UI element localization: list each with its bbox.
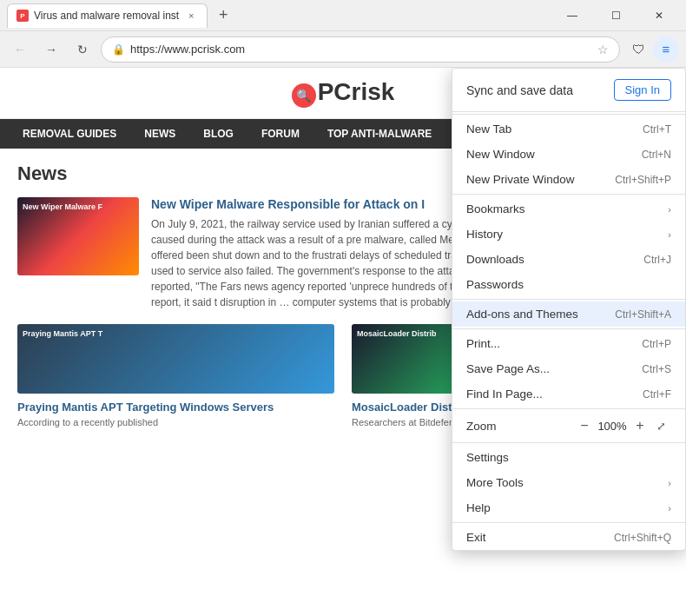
nav-news[interactable]: NEWS	[130, 119, 189, 149]
tab-area: P Virus and malware removal inst × +	[7, 3, 552, 28]
menu-divider-5	[452, 408, 685, 409]
sign-in-button[interactable]: Sign In	[614, 79, 671, 101]
security-icon: 🔒	[112, 43, 125, 56]
news-card-1-text: According to a recently published	[17, 417, 334, 427]
menu-divider-2	[452, 194, 685, 195]
url-text: https://www.pcrisk.com	[130, 43, 592, 56]
tab-favicon: P	[16, 10, 29, 22]
refresh-button[interactable]: ↻	[69, 36, 96, 63]
menu-item-save-page[interactable]: Save Page As... Ctrl+S	[452, 356, 685, 381]
menu-item-print[interactable]: Print... Ctrl+P	[452, 331, 685, 356]
menu-sync-section: Sync and save data Sign In	[452, 69, 685, 112]
window-controls: — ☐ ✕	[552, 3, 679, 29]
news-card-1-thumbnail: Praying Mantis APT T	[17, 324, 334, 394]
tab-close-button[interactable]: ×	[184, 9, 198, 23]
close-button[interactable]: ✕	[639, 3, 679, 29]
zoom-expand-button[interactable]: ⤢	[650, 415, 671, 436]
menu-divider-6	[452, 442, 685, 443]
news-card-1-title[interactable]: Praying Mantis APT Targeting Windows Ser…	[17, 401, 334, 414]
menu-item-more-tools[interactable]: More Tools ›	[452, 470, 685, 495]
address-bar: ← → ↻ 🔒 https://www.pcrisk.com ☆ 🛡 ≡	[0, 31, 686, 68]
menu-item-private-window[interactable]: New Private Window Ctrl+Shift+P	[452, 167, 685, 192]
minimize-button[interactable]: —	[552, 3, 592, 29]
menu-item-passwords[interactable]: Passwords	[452, 272, 685, 297]
nav-top-anti-malware[interactable]: TOP ANTI-MALWARE	[313, 119, 445, 149]
bookmark-star-icon[interactable]: ☆	[597, 43, 609, 56]
menu-button[interactable]: ≡	[653, 36, 679, 63]
menu-zoom-row: Zoom − 100% + ⤢	[452, 411, 685, 440]
new-tab-button[interactable]: +	[211, 3, 235, 28]
menu-divider-7	[452, 522, 685, 523]
menu-item-history[interactable]: History ›	[452, 222, 685, 247]
logo-icon: 🔍	[292, 83, 316, 108]
nav-removal-guides[interactable]: REMOVAL GUIDES	[9, 119, 130, 149]
menu-item-find-in-page[interactable]: Find In Page... Ctrl+F	[452, 381, 685, 407]
menu-item-downloads[interactable]: Downloads Ctrl+J	[452, 247, 685, 272]
menu-item-exit[interactable]: Exit Ctrl+Shift+Q	[452, 525, 685, 550]
url-bar[interactable]: 🔒 https://www.pcrisk.com ☆	[101, 36, 620, 63]
browser-tab[interactable]: P Virus and malware removal inst ×	[7, 3, 208, 28]
tab-title: Virus and malware removal inst	[34, 10, 179, 22]
site-logo: 🔍PCrisk	[292, 78, 395, 108]
forward-button[interactable]: →	[38, 36, 64, 63]
menu-divider-3	[452, 299, 685, 300]
zoom-value: 100%	[595, 420, 630, 433]
menu-divider-4	[452, 328, 685, 329]
nav-blog[interactable]: BLOG	[189, 119, 247, 149]
nav-forum[interactable]: FORUM	[247, 119, 313, 149]
news-card-1: Praying Mantis APT T Praying Mantis APT …	[17, 324, 334, 427]
menu-item-new-window[interactable]: New Window Ctrl+N	[452, 142, 685, 167]
sync-label: Sync and save data	[466, 83, 573, 97]
zoom-plus-button[interactable]: +	[630, 415, 650, 436]
menu-item-new-tab[interactable]: New Tab Ctrl+T	[452, 116, 685, 142]
page-content: 🔍PCrisk REMOVAL GUIDES NEWS BLOG FORUM T…	[0, 68, 686, 616]
back-button[interactable]: ←	[7, 36, 33, 63]
browser-menu: Sync and save data Sign In New Tab Ctrl+…	[452, 68, 686, 551]
menu-item-bookmarks[interactable]: Bookmarks ›	[452, 196, 685, 222]
title-bar: P Virus and malware removal inst × + — ☐…	[0, 0, 686, 31]
main-article-thumbnail: New Wiper Malware F	[17, 197, 139, 275]
toolbar-icons: 🛡 ≡	[625, 36, 679, 63]
maximize-button[interactable]: ☐	[596, 3, 636, 29]
shield-button[interactable]: 🛡	[625, 36, 651, 63]
menu-item-addons[interactable]: Add-ons and Themes Ctrl+Shift+A	[452, 301, 685, 327]
menu-item-help[interactable]: Help ›	[452, 495, 685, 520]
zoom-minus-button[interactable]: −	[574, 415, 595, 436]
menu-divider-1	[452, 114, 685, 115]
menu-item-settings[interactable]: Settings	[452, 445, 685, 470]
